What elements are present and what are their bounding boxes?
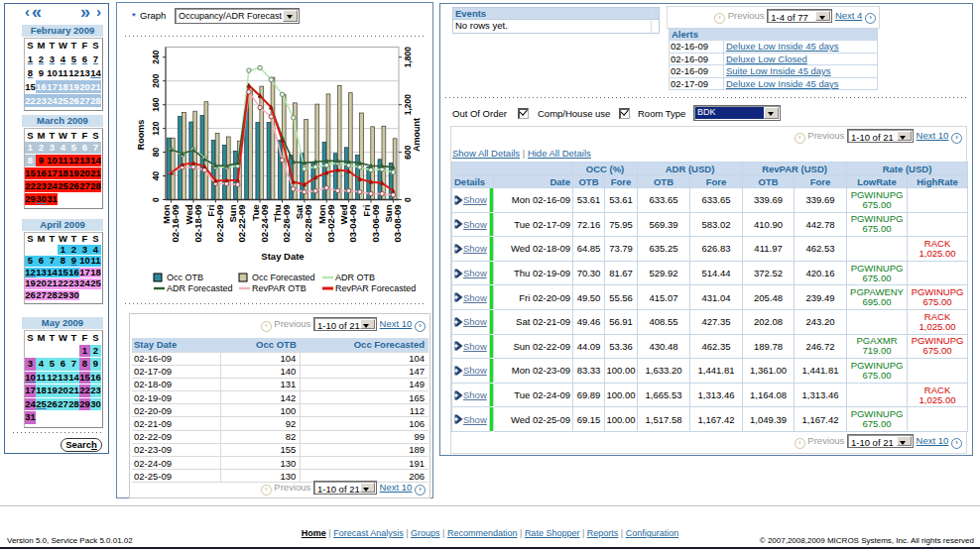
svg-text:03-06-09: 03-06-09 [370,205,381,243]
svg-text:240: 240 [151,50,161,63]
svg-text:02-26-09: 02-26-09 [281,205,292,243]
svg-text:0: 0 [403,197,413,202]
svg-text:120: 120 [151,121,161,135]
svg-text:Occ OTB: Occ OTB [167,273,203,282]
svg-text:0: 0 [151,197,161,202]
svg-text:02-20-09: 02-20-09 [214,205,225,243]
svg-text:1,800: 1,800 [403,47,413,68]
svg-text:02-28-09: 02-28-09 [303,205,313,243]
svg-text:Amount: Amount [412,118,422,152]
svg-text:RevPAR OTB: RevPAR OTB [252,283,306,293]
svg-text:RevPAR Forecasted: RevPAR Forecasted [335,283,416,293]
svg-text:40: 40 [151,171,161,181]
svg-text:ADR OTB: ADR OTB [335,273,375,282]
svg-text:02-18-09: 02-18-09 [192,205,203,243]
svg-text:Stay Date: Stay Date [261,251,304,262]
svg-text:03-02-09: 03-02-09 [325,204,336,242]
svg-text:02-16-09: 02-16-09 [170,205,181,243]
svg-text:ADR Forecasted: ADR Forecasted [167,283,233,293]
svg-text:03-04-09: 03-04-09 [347,205,358,243]
svg-text:80: 80 [151,148,161,158]
svg-text:1,200: 1,200 [403,94,413,116]
svg-text:Occ Forecasted: Occ Forecasted [252,273,315,282]
svg-text:Rooms: Rooms [136,120,146,151]
svg-text:02-24-09: 02-24-09 [259,205,270,243]
svg-text:03-08-09: 03-08-09 [392,205,403,243]
svg-text:160: 160 [151,97,161,111]
svg-text:02-22-09: 02-22-09 [236,205,247,243]
svg-text:200: 200 [151,73,161,87]
